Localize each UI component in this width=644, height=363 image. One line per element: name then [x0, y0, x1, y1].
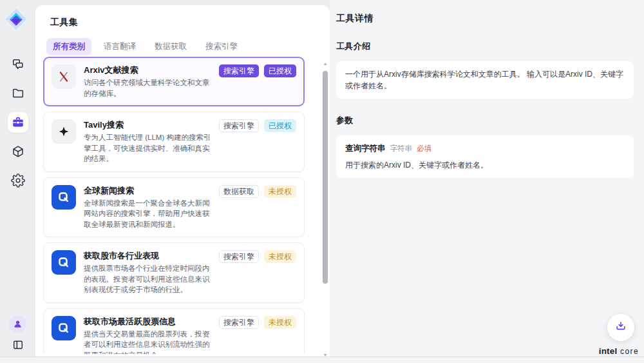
folder-icon[interactable]	[8, 83, 28, 104]
param-description: 用于搜索的Arxiv ID、关键字或作者姓名。	[345, 159, 625, 171]
cube-icon[interactable]	[8, 141, 28, 162]
collapse-panel-icon[interactable]	[10, 337, 26, 353]
tool-detail-panel: 工具详情 工具介绍 一个用于从Arxiv存储库搜索科学论文和文章的工具。 输入可…	[330, 0, 644, 357]
tool-card-description: 访问各个研究领域大量科学论文和文章的存储库。	[84, 77, 211, 99]
tool-card-title: 获取股市各行业表现	[84, 250, 211, 261]
tool-card[interactable]: Tavily搜索专为人工智能代理 (LLM) 构建的搜索引擎工具，可快速提供实时…	[43, 112, 305, 172]
scrollbar-thumb[interactable]	[323, 71, 328, 284]
param-name: 查询字符串	[345, 142, 386, 155]
tool-card-description: 提供股票市场各个行业在特定时间段内的表现。投资者可以利用这些信息来识别表现优于或…	[84, 263, 211, 295]
auth-status-badge: 未授权	[264, 250, 296, 263]
nav-rail	[0, 0, 35, 357]
params-heading: 参数	[336, 115, 634, 126]
download-icon	[614, 320, 627, 335]
q-search-icon	[52, 316, 76, 340]
tool-card[interactable]: Arxiv文献搜索访问各个研究领域大量科学论文和文章的存储库。搜索引擎已授权	[43, 57, 305, 106]
auth-status-badge: 已授权	[264, 119, 296, 132]
tool-card-list: Arxiv文献搜索访问各个研究领域大量科学论文和文章的存储库。搜索引擎已授权Ta…	[43, 57, 305, 354]
tab-language-translate[interactable]: 语言翻译	[97, 38, 142, 55]
tab-search-engine[interactable]: 搜索引擎	[199, 38, 244, 55]
detail-title: 工具详情	[336, 13, 634, 25]
tool-card-description: 专为人工智能代理 (LLM) 构建的搜索引擎工具，可快速提供实时、准确和真实的结…	[84, 132, 211, 164]
tool-card-title: 获取市场最活跃股票信息	[84, 316, 211, 327]
param-box: 查询字符串 字符串 必填 用于搜索的Arxiv ID、关键字或作者姓名。	[336, 135, 634, 178]
tool-card-title: Arxiv文献搜索	[84, 64, 211, 75]
tool-card[interactable]: 获取市场最活跃股票信息提供当天交易量最高的股票列表，投资者可以利用这些信息来识别…	[43, 308, 305, 355]
list-scrollbar[interactable]: ▲ ▼	[322, 61, 328, 358]
brand-intel-text: intel	[599, 346, 618, 356]
tool-card[interactable]: 全球新闻搜索全球新闻搜索是一个聚合全球各大新闻网站内容的搜索引擎，帮助用户快速获…	[43, 177, 305, 238]
app-logo-icon[interactable]	[5, 8, 28, 31]
tools-panel-title: 工具集	[35, 5, 330, 28]
category-badge: 搜索引擎	[219, 64, 259, 77]
tool-card-title: 全球新闻搜索	[84, 185, 211, 196]
category-badge: 搜索引擎	[219, 250, 259, 263]
param-type: 字符串	[390, 143, 413, 154]
settings-gear-icon[interactable]	[8, 170, 28, 191]
param-required-badge: 必填	[417, 143, 431, 154]
intro-text-box: 一个用于从Arxiv存储库搜索科学论文和文章的工具。 输入可以是Arxiv ID…	[336, 61, 634, 99]
tools-panel: 工具集 所有类别语言翻译数据获取搜索引擎 Arxiv文献搜索访问各个研究领域大量…	[35, 5, 330, 357]
tool-card-title: Tavily搜索	[84, 119, 211, 130]
intro-heading: 工具介绍	[336, 41, 634, 52]
chat-icon[interactable]	[8, 54, 28, 75]
auth-status-badge: 已授权	[264, 64, 296, 77]
category-badge: 数据获取	[219, 185, 259, 198]
category-badge: 搜索引擎	[219, 316, 259, 329]
toolbox-icon[interactable]	[8, 112, 28, 133]
q-search-icon	[52, 250, 76, 275]
user-avatar[interactable]	[9, 315, 26, 333]
bottom-edge	[0, 357, 644, 363]
brand-core-text: core	[620, 347, 639, 356]
arxiv-icon	[52, 64, 76, 89]
download-button[interactable]	[607, 314, 634, 341]
tool-card-description: 提供当天交易量最高的股票列表，投资者可以利用这些信息来识别流动性强的股票和潜在的…	[84, 329, 211, 355]
tab-data-fetch[interactable]: 数据获取	[148, 38, 193, 55]
category-badge: 搜索引擎	[219, 119, 259, 132]
auth-status-badge: 未授权	[264, 185, 296, 198]
intro-text: 一个用于从Arxiv存储库搜索科学论文和文章的工具。 输入可以是Arxiv ID…	[345, 70, 623, 90]
tool-card-description: 全球新闻搜索是一个聚合全球各大新闻网站内容的搜索引擎，帮助用户快速获取全球最新资…	[84, 198, 211, 230]
sparkle-icon	[52, 119, 76, 144]
q-search-icon	[52, 185, 76, 210]
tool-card[interactable]: 获取股市各行业表现提供股票市场各个行业在特定时间段内的表现。投资者可以利用这些信…	[43, 242, 305, 303]
scroll-up-arrow-icon[interactable]: ▲	[322, 61, 328, 67]
tab-all-categories[interactable]: 所有类别	[46, 38, 91, 55]
auth-status-badge: 未授权	[264, 316, 296, 329]
category-tabs: 所有类别语言翻译数据获取搜索引擎	[46, 38, 330, 55]
